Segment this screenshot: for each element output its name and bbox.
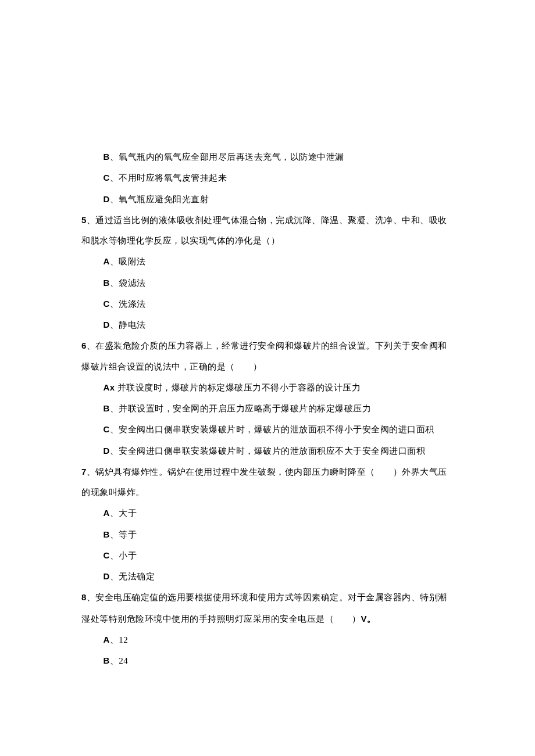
q8-option-a: A、12 [81, 629, 454, 650]
q6-option-d: D、安全阀进口侧串联安装爆破片时，爆破片的泄放面积应不大于安全阀进口面积 [81, 440, 454, 461]
q7-stem: 7、锅炉具有爆炸性。锅炉在使用过程中发生破裂，使内部压力瞬时降至（ ）外界大气压… [81, 461, 454, 503]
question-text: 、安全电压确定值的选用要根据使用环境和使用方式等因素确定。对于金属容器内、特别潮… [81, 593, 447, 623]
option-letter: B [104, 278, 110, 288]
question-text: 、通过适当比例的液体吸收剂处理气体混合物，完成沉降、降温、聚凝、洗净、中和、吸收… [81, 216, 447, 245]
option-text: 、氧气瓶内的氧气应全部用尽后再送去充气，以防途中泄漏 [110, 152, 344, 162]
q4-option-b: B、氧气瓶内的氧气应全部用尽后再送去充气，以防途中泄漏 [81, 146, 454, 167]
q7-option-c: C、小于 [81, 545, 454, 566]
option-letter: A [104, 635, 110, 644]
question-text: 、在盛装危险介质的压力容器上，经常进行安全阀和爆破片的组合设置。下列关于安全阀和… [81, 341, 447, 371]
q7-option-b: B、等于 [81, 524, 454, 545]
q5-stem: 5、通过适当比例的液体吸收剂处理气体混合物，完成沉降、降温、聚凝、洗净、中和、吸… [81, 210, 454, 252]
option-text: 、大于 [110, 508, 137, 518]
q4-option-c: C、不用时应将氧气皮管挂起来 [81, 167, 454, 188]
q7-option-d: D、无法确定 [81, 566, 454, 587]
question-text: 、锅炉具有爆炸性。锅炉在使用过程中发生破裂，使内部压力瞬时降至（ ）外界大气压的… [81, 467, 447, 497]
option-letter: D [104, 446, 110, 456]
option-text: 、不用时应将氧气皮管挂起来 [110, 173, 227, 182]
option-letter: C [104, 173, 110, 182]
option-letter: A [104, 508, 110, 518]
question-number: 6 [81, 341, 87, 350]
document-page: B、氧气瓶内的氧气应全部用尽后再送去充气，以防途中泄漏 C、不用时应将氧气皮管挂… [0, 0, 535, 756]
option-letter: D [104, 571, 110, 581]
option-text: 、12 [110, 635, 129, 644]
q8-stem: 8、安全电压确定值的选用要根据使用环境和使用方式等因素确定。对于金属容器内、特别… [81, 587, 454, 629]
q6-option-b: B、并联设置时，安全网的开启压力应略高于爆破片的标定爆破压力 [81, 398, 454, 419]
option-letter: D [104, 194, 110, 204]
option-text: 、吸附法 [110, 257, 146, 266]
q4-option-d: D、氧气瓶应避免阳光直射 [81, 189, 454, 210]
q6-stem: 6、在盛装危险介质的压力容器上，经常进行安全阀和爆破片的组合设置。下列关于安全阀… [81, 335, 454, 377]
q6-option-a: Ax 并联设度时，爆破片的标定爆破压力不得小于容器的设计压力 [81, 377, 454, 398]
option-text: 、24 [110, 656, 129, 665]
option-letter: D [104, 320, 110, 329]
option-text: 、洗涤法 [110, 299, 146, 309]
option-letter: B [104, 529, 110, 539]
option-letter: B [104, 152, 110, 162]
q6-option-c: C、安全阀出口侧串联安装爆破片时，爆破片的泄放面积不得小于安全阀的进口面积 [81, 419, 454, 440]
question-number: 7 [81, 467, 87, 476]
option-letter: C [104, 424, 110, 434]
q5-option-d: D、静电法 [81, 314, 454, 335]
option-text: 、等于 [110, 530, 137, 539]
q5-option-c: C、洗涤法 [81, 293, 454, 314]
option-text: 、静电法 [110, 320, 146, 329]
option-text: 、袋滤法 [110, 278, 146, 288]
q5-option-a: A、吸附法 [81, 251, 454, 272]
option-text: 、无法确定 [110, 572, 155, 581]
option-letter: C [104, 550, 110, 560]
option-text: 并联设度时，爆破片的标定爆破压力不得小于容器的设计压力 [115, 383, 361, 392]
q7-option-a: A、大于 [81, 503, 454, 524]
option-letter: C [104, 299, 110, 309]
option-text: 、安全阀出口侧串联安装爆破片时，爆破片的泄放面积不得小于安全阀的进口面积 [110, 425, 434, 434]
option-text: 、并联设置时，安全网的开启压力应略高于爆破片的标定爆破压力 [110, 404, 372, 413]
q5-option-b: B、袋滤法 [81, 273, 454, 293]
option-text: 、小于 [110, 551, 137, 560]
q8-option-b: B、24 [81, 650, 454, 671]
option-letter: B [104, 655, 110, 665]
unit-text: V。 [361, 614, 376, 624]
option-text: 、氧气瓶应避免阳光直射 [110, 195, 209, 204]
option-letter: A [104, 256, 110, 266]
option-text: 、安全阀进口侧串联安装爆破片时，爆破片的泄放面积应不大于安全阀进口面积 [110, 446, 426, 456]
question-number: 8 [81, 592, 87, 602]
question-number: 5 [81, 215, 87, 225]
option-letter: Ax [104, 382, 115, 392]
option-letter: B [104, 403, 110, 413]
